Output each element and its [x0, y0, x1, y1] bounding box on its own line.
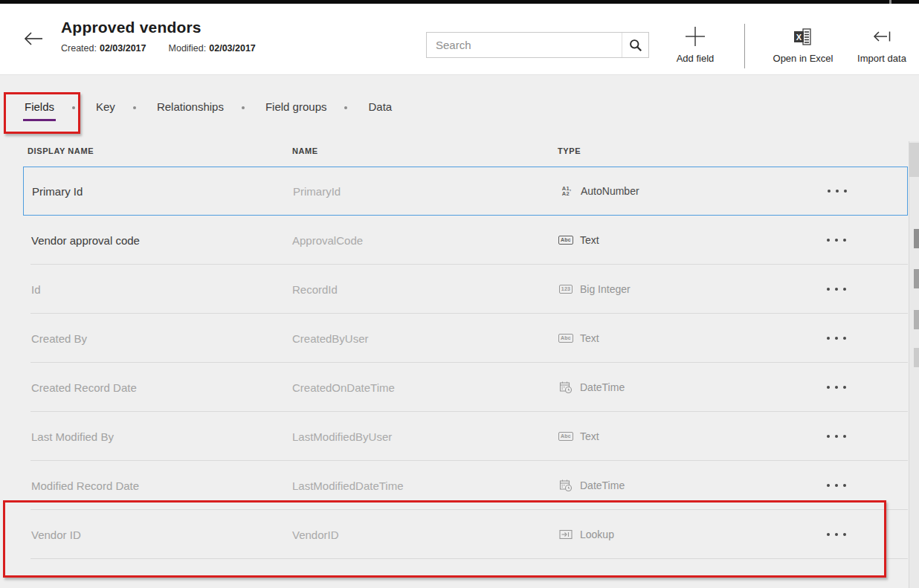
scrollbar-mark — [914, 269, 919, 288]
modified-value: 02/03/2017 — [209, 43, 256, 54]
scrollbar-mark — [914, 348, 919, 367]
lookup-icon — [558, 529, 574, 540]
excel-icon: X — [793, 23, 813, 50]
tab-data[interactable]: Data — [368, 100, 392, 113]
back-button[interactable] — [22, 28, 48, 50]
page-title: Approved vendors — [61, 19, 256, 36]
field-name: LastModifiedDateTime — [292, 479, 404, 492]
field-type: Lookup — [558, 529, 614, 540]
row-actions-button[interactable] — [816, 381, 857, 393]
field-display-name: Primary Id — [32, 185, 83, 198]
vertical-scrollbar[interactable] — [909, 141, 919, 588]
search-button[interactable] — [622, 33, 648, 57]
table-row[interactable]: Vendor approval code ApprovalCode Abc Te… — [23, 216, 908, 265]
row-actions-button[interactable] — [816, 185, 858, 197]
open-in-excel-label: Open in Excel — [773, 53, 833, 64]
entity-tabs: Fields Key Relationships Field groups Da… — [0, 93, 392, 120]
field-display-name: Vendor ID — [31, 529, 81, 541]
open-in-excel-button[interactable]: X Open in Excel — [762, 23, 844, 64]
field-name: PrimaryId — [293, 185, 341, 198]
entity-content: Fields Key Relationships Field groups Da… — [0, 75, 919, 588]
row-actions-button[interactable] — [816, 479, 857, 491]
tab-fields[interactable]: Fields — [25, 100, 54, 113]
tab-separator-dot — [242, 106, 245, 109]
add-field-button[interactable]: Add field — [654, 23, 736, 64]
column-header-name: NAME — [292, 146, 318, 155]
tab-field-groups[interactable]: Field groups — [265, 100, 327, 113]
table-row[interactable]: Modified Record Date LastModifiedDateTim… — [23, 461, 908, 510]
tab-separator-dot — [344, 106, 347, 109]
scrollbar-mark — [914, 229, 919, 248]
import-arrow-icon — [871, 23, 892, 50]
column-header-type: TYPE — [558, 146, 581, 155]
plus-icon — [683, 23, 707, 50]
table-row[interactable]: Id RecordId 123 Big Integer — [23, 265, 908, 314]
svg-text:X: X — [796, 32, 802, 41]
toolbar-divider — [744, 24, 745, 68]
field-display-name: Id — [31, 283, 41, 296]
text-icon: Abc — [558, 236, 574, 245]
title-block: Approved vendors Created: 02/03/2017 Mod… — [61, 19, 256, 54]
tab-separator-dot — [72, 106, 75, 109]
back-arrow-icon — [22, 30, 48, 48]
field-name: RecordId — [292, 283, 338, 296]
text-icon: Abc — [558, 334, 574, 343]
import-data-label: Import data — [857, 53, 906, 64]
scrollbar-mark — [914, 310, 919, 329]
field-display-name: Modified Record Date — [31, 479, 139, 492]
field-type: DateTime — [558, 381, 625, 394]
field-name: CreatedOnDateTime — [292, 381, 395, 394]
search-input[interactable] — [427, 33, 622, 57]
search-icon — [628, 38, 643, 53]
field-type: DateTime — [558, 479, 625, 492]
field-type: Abc Text — [558, 332, 599, 344]
table-column-headers: DISPLAY NAME NAME TYPE — [0, 146, 919, 161]
field-display-name: Created Record Date — [31, 381, 137, 394]
table-row[interactable]: Created By CreatedByUser Abc Text — [23, 314, 908, 363]
field-name: LastModifiedByUser — [292, 430, 392, 443]
table-row[interactable]: Created Record Date CreatedOnDateTime Da… — [23, 363, 908, 412]
field-type: Abc Text — [558, 430, 599, 442]
import-data-button[interactable]: Import data — [842, 23, 919, 64]
field-type: 123 Big Integer — [558, 283, 631, 295]
field-name: ApprovalCode — [292, 234, 363, 247]
row-actions-button[interactable] — [816, 430, 857, 442]
datetime-icon — [558, 381, 574, 394]
row-actions-button[interactable] — [816, 332, 857, 344]
entity-header: Approved vendors Created: 02/03/2017 Mod… — [0, 4, 919, 75]
field-name: CreatedByUser — [292, 332, 369, 345]
row-actions-button[interactable] — [816, 283, 857, 295]
row-actions-button[interactable] — [816, 234, 857, 246]
fields-table-body: Primary Id PrimaryId A1,A2 AutoNumber Ve… — [23, 167, 908, 559]
text-icon: Abc — [558, 432, 574, 441]
created-label: Created: — [61, 43, 97, 54]
field-type: Abc Text — [558, 234, 599, 246]
table-row[interactable]: Last Modified By LastModifiedByUser Abc … — [23, 412, 908, 461]
field-name: VendorID — [292, 529, 339, 541]
column-header-display-name: DISPLAY NAME — [28, 146, 94, 155]
table-row[interactable]: Primary Id PrimaryId A1,A2 AutoNumber — [23, 167, 908, 216]
autonumber-icon: A1,A2 — [558, 186, 575, 197]
field-display-name: Vendor approval code — [31, 234, 140, 247]
field-display-name: Last Modified By — [31, 430, 114, 443]
entity-meta: Created: 02/03/2017 Modified: 02/03/2017 — [61, 43, 256, 54]
field-type: A1,A2 AutoNumber — [558, 185, 639, 197]
tab-separator-dot — [133, 106, 136, 109]
modified-label: Modified: — [169, 43, 207, 54]
datetime-icon — [558, 479, 574, 492]
table-row[interactable]: Vendor ID VendorID Lookup — [23, 510, 908, 559]
tab-key[interactable]: Key — [96, 100, 115, 113]
tab-relationships[interactable]: Relationships — [157, 100, 224, 113]
big-integer-icon: 123 — [558, 285, 574, 294]
add-field-label: Add field — [677, 53, 715, 64]
created-value: 02/03/2017 — [100, 43, 146, 54]
row-actions-button[interactable] — [816, 529, 857, 540]
search-box — [426, 32, 649, 58]
scrollbar-thumb[interactable] — [909, 143, 919, 177]
field-display-name: Created By — [31, 332, 87, 345]
